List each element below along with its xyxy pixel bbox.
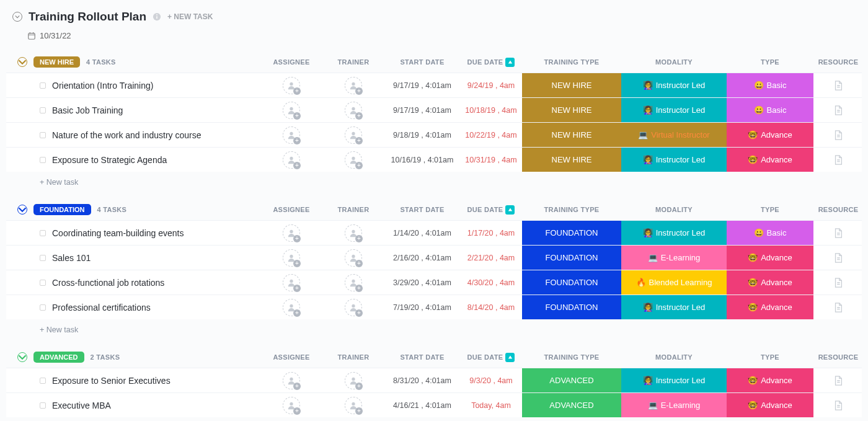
modality-tag[interactable]: 👩‍🏫Instructor Led — [621, 221, 727, 245]
type-tag[interactable]: 😀Basic — [727, 221, 813, 245]
table-row[interactable]: Basic Job Training++9/17/19 , 4:01am10/1… — [6, 97, 862, 122]
col-assignee[interactable]: ASSIGNEE — [260, 206, 322, 213]
due-date[interactable]: 9/3/20 , 4am — [460, 368, 522, 392]
col-resource[interactable]: RESOURCE — [813, 353, 863, 361]
training-type-tag[interactable]: NEW HIRE — [522, 148, 621, 172]
col-type[interactable]: TYPE — [727, 206, 813, 213]
modality-tag[interactable]: 💻E-Learning — [621, 246, 727, 270]
assignee-avatar[interactable]: + — [283, 372, 300, 389]
start-date[interactable]: 3/29/20 , 4:01am — [384, 270, 460, 295]
table-row[interactable]: Orientation (Intro Training)++9/17/19 , … — [6, 73, 862, 97]
modality-tag[interactable]: 👩‍🏫Instructor Led — [621, 368, 727, 392]
start-date[interactable]: 9/17/19 , 4:01am — [384, 98, 460, 122]
due-date[interactable]: 10/18/19 , 4am — [460, 98, 522, 122]
start-date[interactable]: 1/14/20 , 4:01am — [384, 221, 460, 245]
training-type-tag[interactable]: NEW HIRE — [522, 123, 621, 147]
sort-asc-icon[interactable] — [505, 353, 515, 362]
start-date[interactable]: 4/16/21 , 4:01am — [384, 393, 460, 417]
assignee-avatar[interactable]: + — [283, 126, 300, 144]
table-row[interactable]: Sales 101++2/16/20 , 4:01am2/21/20 , 4am… — [6, 245, 862, 270]
col-assignee[interactable]: ASSIGNEE — [260, 353, 322, 361]
due-date[interactable]: 2/21/20 , 4am — [460, 246, 522, 270]
table-row[interactable]: Nature of the work and industry course++… — [6, 122, 862, 147]
start-date[interactable]: 2/16/20 , 4:01am — [384, 246, 460, 270]
trainer-avatar[interactable]: + — [345, 274, 362, 291]
modality-tag[interactable]: 💻E-Learning — [621, 393, 727, 417]
modality-tag[interactable]: 👩‍🏫Instructor Led — [621, 148, 727, 172]
type-tag[interactable]: 😀Basic — [727, 73, 813, 97]
type-tag[interactable]: 🤓Advance — [727, 393, 813, 417]
type-tag[interactable]: 🤓Advance — [727, 246, 813, 270]
start-date[interactable]: 10/16/19 , 4:01am — [384, 148, 460, 172]
assignee-avatar[interactable]: + — [283, 299, 300, 316]
col-training-type[interactable]: TRAINING TYPE — [522, 58, 621, 66]
col-type[interactable]: TYPE — [727, 58, 813, 66]
col-resource[interactable]: RESOURCE — [813, 58, 863, 66]
type-tag[interactable]: 😀Basic — [727, 98, 813, 122]
group-collapse-icon[interactable] — [17, 57, 27, 67]
assignee-avatar[interactable]: + — [283, 249, 300, 267]
col-modality[interactable]: MODALITY — [621, 58, 727, 66]
col-type[interactable]: TYPE — [727, 353, 813, 361]
group-pill[interactable]: FOUNDATION — [33, 204, 91, 215]
start-date[interactable]: 9/17/19 , 4:01am — [384, 73, 460, 97]
col-due-date[interactable]: DUE DATE — [460, 58, 522, 67]
sort-asc-icon[interactable] — [505, 205, 515, 215]
type-tag[interactable]: 🤓Advance — [727, 148, 813, 172]
trainer-avatar[interactable]: + — [345, 249, 362, 267]
trainer-avatar[interactable]: + — [345, 151, 362, 169]
assignee-avatar[interactable]: + — [283, 102, 300, 119]
resource-cell[interactable] — [813, 98, 863, 122]
col-start-date[interactable]: START DATE — [384, 206, 460, 213]
resource-cell[interactable] — [813, 246, 863, 270]
due-date[interactable]: 1/17/20 , 4am — [460, 221, 522, 245]
trainer-avatar[interactable]: + — [345, 397, 362, 414]
resource-cell[interactable] — [813, 123, 863, 147]
due-date[interactable]: 10/22/19 , 4am — [460, 123, 522, 147]
resource-cell[interactable] — [813, 73, 863, 97]
training-type-tag[interactable]: NEW HIRE — [522, 73, 621, 97]
col-training-type[interactable]: TRAINING TYPE — [522, 206, 621, 213]
assignee-avatar[interactable]: + — [283, 151, 300, 169]
info-icon[interactable] — [153, 12, 161, 21]
training-type-tag[interactable]: NEW HIRE — [522, 98, 621, 122]
modality-tag[interactable]: 👩‍🏫Instructor Led — [621, 73, 727, 97]
assignee-avatar[interactable]: + — [283, 274, 300, 291]
training-type-tag[interactable]: FOUNDATION — [522, 270, 621, 295]
status-checkbox[interactable] — [40, 82, 46, 89]
status-checkbox[interactable] — [40, 378, 46, 384]
table-row[interactable]: Exposure to Senior Executives++8/31/20 ,… — [6, 368, 862, 392]
type-tag[interactable]: 🤓Advance — [727, 123, 813, 147]
new-task-button[interactable]: + New task — [6, 319, 862, 338]
start-date[interactable]: 7/19/20 , 4:01am — [384, 295, 460, 319]
table-row[interactable]: Exposure to Strategic Agenda++10/16/19 ,… — [6, 147, 862, 172]
collapse-all-icon[interactable] — [12, 12, 22, 22]
assignee-avatar[interactable]: + — [283, 397, 300, 414]
type-tag[interactable]: 🤓Advance — [727, 295, 813, 319]
group-pill[interactable]: NEW HIRE — [33, 56, 80, 68]
col-resource[interactable]: RESOURCE — [813, 206, 863, 213]
trainer-avatar[interactable]: + — [345, 224, 362, 242]
group-collapse-icon[interactable] — [17, 205, 27, 215]
sort-asc-icon[interactable] — [505, 58, 515, 67]
col-modality[interactable]: MODALITY — [621, 206, 727, 213]
training-type-tag[interactable]: FOUNDATION — [522, 246, 621, 270]
modality-tag[interactable]: 🔥Blended Learning — [621, 270, 727, 295]
status-checkbox[interactable] — [40, 107, 46, 113]
col-trainer[interactable]: TRAINER — [322, 353, 384, 361]
status-checkbox[interactable] — [40, 230, 46, 236]
status-checkbox[interactable] — [40, 280, 46, 286]
training-type-tag[interactable]: FOUNDATION — [522, 295, 621, 319]
new-task-button[interactable]: + New task — [6, 417, 862, 421]
resource-cell[interactable] — [813, 368, 863, 392]
table-row[interactable]: Executive MBA++4/16/21 , 4:01amToday, 4a… — [6, 392, 862, 417]
modality-tag[interactable]: 👩‍🏫Instructor Led — [621, 98, 727, 122]
table-row[interactable]: Cross-functional job rotations++3/29/20 … — [6, 270, 862, 295]
col-due-date[interactable]: DUE DATE — [460, 205, 522, 215]
resource-cell[interactable] — [813, 270, 863, 295]
group-pill[interactable]: ADVANCED — [33, 352, 84, 363]
status-checkbox[interactable] — [40, 304, 46, 311]
training-type-tag[interactable]: ADVANCED — [522, 393, 621, 417]
modality-tag[interactable]: 💻Virtual Instructor — [621, 123, 727, 147]
assignee-avatar[interactable]: + — [283, 77, 300, 94]
